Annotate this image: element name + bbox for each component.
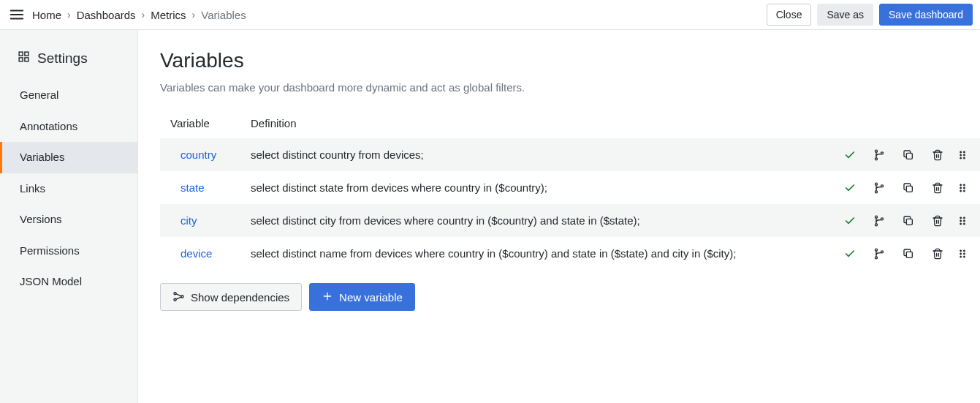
show-dependencies-button[interactable]: Show dependencies [160,283,302,311]
branch-icon[interactable] [865,173,894,203]
sidebar-item[interactable]: JSON Model [0,266,137,298]
svg-rect-4 [25,52,29,56]
save-dashboard-button[interactable]: Save dashboard [879,4,973,26]
svg-rect-5 [25,58,29,61]
sidebar-item[interactable]: Versions [0,204,137,236]
table-row: countryselect distinct country from devi… [160,138,980,171]
svg-rect-6 [19,58,23,61]
check-icon[interactable] [835,239,865,268]
trash-icon[interactable] [923,206,952,236]
svg-point-21 [960,184,962,185]
svg-point-24 [963,187,965,188]
hamburger-menu-icon[interactable] [9,7,25,23]
save-as-button[interactable]: Save as [817,4,873,26]
drag-handle-icon[interactable] [952,140,973,170]
drag-handle-icon[interactable] [952,206,973,236]
svg-point-35 [960,222,962,224]
svg-point-43 [960,252,962,254]
graph-icon [172,290,185,304]
trash-icon[interactable] [923,239,952,268]
column-header-definition: Definition [242,111,805,138]
breadcrumb-item[interactable]: Dashboards [77,9,136,21]
svg-point-23 [960,187,962,188]
variable-definition: select distinct state from devices where… [242,171,805,204]
close-button[interactable]: Close [767,4,812,26]
top-bar: Home›Dashboards›Metrics›Variables Close … [0,0,980,30]
variable-definition: select distinct name from devices where … [242,237,805,270]
drag-handle-icon[interactable] [952,239,973,268]
check-icon[interactable] [835,206,865,236]
copy-icon[interactable] [894,206,923,236]
variables-table: Variable Definition countryselect distin… [160,111,980,270]
svg-point-45 [960,255,962,257]
variable-definition: select distinct city from devices where … [242,204,805,237]
copy-icon[interactable] [894,239,923,268]
settings-sidebar: Settings GeneralAnnotationsVariablesLink… [0,30,138,403]
new-variable-label: New variable [339,292,403,303]
top-bar-right: Close Save as Save dashboard [767,4,973,26]
show-dependencies-label: Show dependencies [191,292,289,303]
svg-point-33 [960,219,962,221]
svg-point-31 [960,216,962,218]
svg-point-25 [960,189,962,191]
layout: Settings GeneralAnnotationsVariablesLink… [0,30,980,403]
svg-point-22 [963,184,965,185]
branch-icon[interactable] [865,206,894,236]
svg-point-32 [963,216,965,218]
main-content: Variables Variables can make your dashbo… [138,30,980,403]
trash-icon[interactable] [923,173,952,203]
sidebar-item[interactable]: Annotations [0,111,137,143]
footer-buttons: Show dependencies New variable [160,283,980,311]
svg-point-34 [963,219,965,221]
breadcrumb-item[interactable]: Home [32,9,61,21]
sidebar-item[interactable]: General [0,80,137,111]
breadcrumb-item[interactable]: Metrics [151,9,186,21]
table-row: stateselect distinct state from devices … [160,171,980,204]
svg-rect-30 [906,219,912,225]
check-icon[interactable] [835,140,865,170]
trash-icon[interactable] [923,140,952,170]
breadcrumb: Home›Dashboards›Metrics›Variables [32,9,246,21]
sidebar-item[interactable]: Permissions [0,236,137,267]
chevron-right-icon: › [67,9,71,20]
svg-rect-20 [906,186,912,192]
page-title: Variables [160,49,980,72]
variable-name-link[interactable]: country [181,148,216,161]
apps-icon [18,50,30,67]
branch-icon[interactable] [865,140,894,170]
svg-point-41 [960,249,962,251]
chevron-right-icon: › [142,9,145,20]
branch-icon[interactable] [865,239,894,268]
svg-rect-3 [19,52,23,56]
svg-point-44 [963,252,965,254]
sidebar-item[interactable]: Variables [0,142,137,173]
svg-point-36 [963,222,965,224]
top-bar-left: Home›Dashboards›Metrics›Variables [9,7,246,23]
chevron-right-icon: › [192,9,196,20]
column-header-variable: Variable [160,111,242,138]
copy-icon[interactable] [894,173,923,203]
variable-definition: select distinct country from devices; [242,138,805,171]
svg-point-16 [963,157,965,158]
drag-handle-icon[interactable] [952,173,973,203]
svg-point-11 [960,151,962,152]
table-row: deviceselect distinct name from devices … [160,237,980,270]
variable-name-link[interactable]: city [181,214,197,227]
sidebar-item[interactable]: Links [0,173,137,205]
copy-icon[interactable] [894,140,923,170]
svg-point-12 [963,151,965,152]
sidebar-title: Settings [0,50,137,80]
svg-point-46 [963,255,965,257]
variable-name-link[interactable]: state [181,181,205,194]
check-icon[interactable] [835,173,865,203]
table-row: cityselect distinct city from devices wh… [160,204,980,237]
svg-rect-10 [906,153,912,159]
svg-point-15 [960,157,962,158]
breadcrumb-item: Variables [201,9,246,21]
svg-point-13 [960,154,962,155]
svg-rect-40 [906,252,912,257]
new-variable-button[interactable]: New variable [309,283,415,311]
variable-name-link[interactable]: device [181,247,212,260]
svg-point-26 [963,189,965,191]
page-subtitle: Variables can make your dashboard more d… [160,81,980,94]
